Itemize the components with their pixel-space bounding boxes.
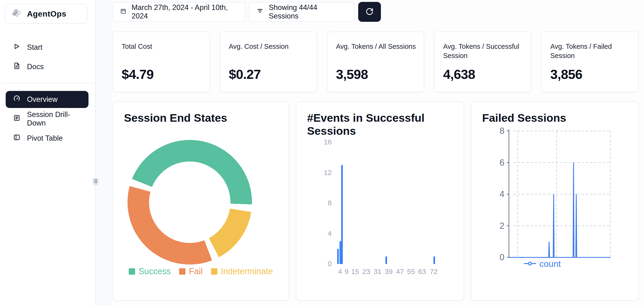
y-tick-label: 4 <box>484 189 504 199</box>
line-plot-area <box>507 128 613 260</box>
sidebar-item-label: Docs <box>27 63 44 71</box>
y-tick-label: 6 <box>484 158 504 168</box>
donut-chart <box>128 140 252 264</box>
stat-label: Total Cost <box>122 42 202 51</box>
failed-sessions-card: Failed Sessions 86420 count <box>471 101 639 301</box>
sidebar-item-label: Pivot Table <box>27 134 63 143</box>
stat-label: Avg. Cost / Session <box>229 42 310 51</box>
legend-item-indeterminate[interactable]: Indeterminate <box>211 266 273 276</box>
sidebar-item-start[interactable]: Start <box>6 40 88 55</box>
bar <box>341 165 343 264</box>
y-tick-label: 16 <box>310 138 332 146</box>
refresh-button[interactable] <box>358 2 381 22</box>
sidebar: AgentOps Start Docs Overview Sessi <box>0 0 96 305</box>
x-tick-label: 72 <box>426 267 441 276</box>
legend-label: Fail <box>189 266 202 276</box>
chart-title: Session End States <box>124 111 227 124</box>
line-legend-count[interactable]: count <box>507 259 578 269</box>
legend-label: Success <box>138 266 170 276</box>
filter-icon <box>256 7 264 16</box>
date-range-label: March 27th, 2024 - April 10th, 2024 <box>132 3 238 20</box>
stat-label: Avg. Tokens / Failed Session <box>550 42 631 60</box>
panel-icon <box>13 134 20 143</box>
sidebar-item-overview[interactable]: Overview <box>6 91 88 108</box>
legend-item-fail[interactable]: Fail <box>179 266 202 276</box>
docs-icon <box>13 62 20 71</box>
chart-title: Failed Sessions <box>482 111 566 124</box>
y-tick-label: 0 <box>484 252 504 262</box>
y-tick-label: 12 <box>310 169 332 177</box>
agentops-dashboard: AgentOps Start Docs Overview Sessi <box>0 0 644 305</box>
pie-legend: Success Fail Indeterminate <box>113 266 289 276</box>
bar <box>337 249 339 264</box>
gauge-icon <box>13 95 20 104</box>
sidebar-item-label: Start <box>27 43 42 52</box>
stat-value: 3,598 <box>336 67 368 82</box>
sidebar-item-session-drill-down[interactable]: Session Drill-Down <box>6 111 88 126</box>
line-series-label: count <box>540 259 561 269</box>
app-title: AgentOps <box>27 9 66 19</box>
sidebar-divider <box>2 83 94 83</box>
stat-value: $0.27 <box>229 67 261 82</box>
stat-card-total-cost: Total Cost $4.79 <box>112 32 210 92</box>
count-series-line <box>509 163 610 258</box>
y-tick-label: 0 <box>310 260 332 268</box>
sidebar-item-label: Session Drill-Down <box>27 110 88 127</box>
play-icon <box>13 43 20 52</box>
paperclip-icon <box>11 8 22 20</box>
grip-dots-icon <box>94 179 97 184</box>
stat-value: 4,638 <box>443 67 475 82</box>
y-tick-label: 8 <box>484 126 504 136</box>
stat-card-avg-tokens-all: Avg. Tokens / All Sessions 3,598 <box>327 32 424 92</box>
legend-swatch <box>129 268 135 275</box>
calendar-icon <box>120 8 126 16</box>
stat-card-avg-cost: Avg. Cost / Session $0.27 <box>220 32 317 92</box>
bar <box>340 241 341 264</box>
sidebar-gutter <box>96 0 112 305</box>
y-tick-label: 2 <box>484 221 504 231</box>
sessions-filter-label: Showing 44/44 Sessions <box>269 3 347 20</box>
sidebar-item-docs[interactable]: Docs <box>6 59 88 74</box>
bar <box>386 256 387 264</box>
bar-plot-area <box>334 142 438 264</box>
chart-title: #Events in Successful Sessions <box>307 111 454 138</box>
sidebar-item-pivot-table[interactable]: Pivot Table <box>6 131 88 146</box>
stat-label: Avg. Tokens / Successful Session <box>443 42 524 60</box>
sessions-filter-button[interactable]: Showing 44/44 Sessions <box>249 2 354 22</box>
app-logo[interactable]: AgentOps <box>5 4 88 24</box>
line-series-icon <box>524 261 536 267</box>
legend-swatch <box>179 268 186 275</box>
stat-value: 3,856 <box>550 67 582 82</box>
sidebar-item-label: Overview <box>27 95 58 104</box>
refresh-icon <box>365 7 374 17</box>
y-tick-label: 8 <box>310 199 332 207</box>
legend-label: Indeterminate <box>221 266 273 276</box>
stats-row: Total Cost $4.79 Avg. Cost / Session $0.… <box>112 32 639 92</box>
y-tick-label: 4 <box>310 229 332 237</box>
stat-card-avg-tokens-failed: Avg. Tokens / Failed Session 3,856 <box>541 32 638 92</box>
date-range-button[interactable]: March 27th, 2024 - April 10th, 2024 <box>112 2 246 22</box>
sidebar-resize-handle[interactable] <box>93 178 99 185</box>
events-histogram-card: #Events in Successful Sessions 1612840 4… <box>296 101 464 301</box>
bar <box>434 256 435 264</box>
legend-swatch <box>211 268 218 275</box>
stat-card-avg-tokens-successful: Avg. Tokens / Successful Session 4,638 <box>434 32 532 92</box>
stat-label: Avg. Tokens / All Sessions <box>336 42 417 51</box>
legend-item-success[interactable]: Success <box>129 266 170 276</box>
file-lines-icon <box>13 114 20 123</box>
stat-value: $4.79 <box>122 67 154 82</box>
session-end-states-card: Session End States Success Fail Indeterm… <box>112 101 289 301</box>
